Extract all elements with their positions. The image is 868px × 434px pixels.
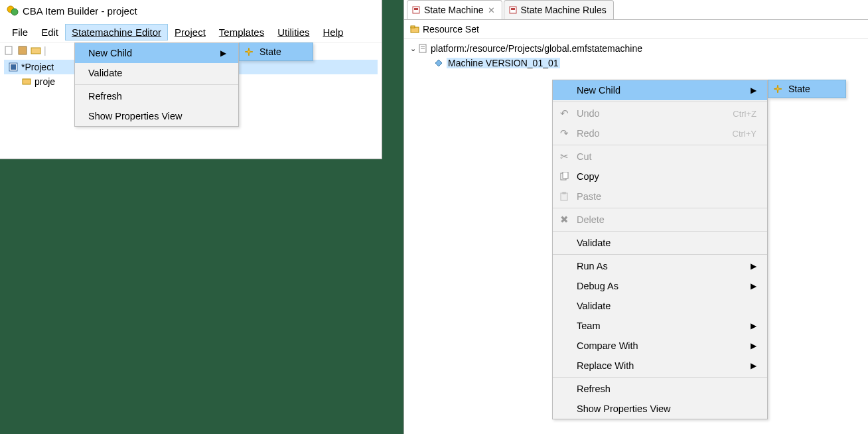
menu-help[interactable]: Help (317, 24, 350, 40)
svg-rect-4 (31, 48, 40, 54)
submenu-state-label: State (788, 84, 810, 94)
ctx-separator (553, 377, 767, 378)
new-icon[interactable] (4, 45, 15, 56)
ctx-redo: ↷ Redo Ctrl+Y (553, 123, 767, 143)
square-icon (8, 62, 19, 72)
resource-set-header: Resource Set (404, 20, 868, 38)
menu-templates[interactable]: Templates (212, 24, 271, 40)
tab-state-machine-rules[interactable]: State Machine Rules (504, 0, 614, 19)
scissors-icon: ✂ (558, 151, 570, 163)
ctx-separator (553, 208, 767, 208)
chevron-right-icon: ▶ (200, 48, 226, 58)
tree-root-label: *Project (21, 62, 54, 72)
chevron-right-icon: ▶ (731, 261, 757, 271)
ctx-cut: ✂ Cut (553, 147, 767, 167)
submenu-state-right[interactable]: State (768, 80, 846, 98)
ctx-new-child[interactable]: New Child ▶ (553, 80, 767, 100)
document-icon (508, 5, 518, 15)
ctx-run-as[interactable]: Run As ▶ (553, 256, 767, 276)
svg-marker-18 (435, 60, 442, 66)
svg-point-1 (11, 9, 18, 15)
menu-validate[interactable]: Validate (75, 63, 238, 83)
tree-child-label: proje (35, 76, 55, 87)
chevron-right-icon: ▶ (731, 86, 757, 95)
sparkle-icon (244, 46, 254, 57)
menu-new-child[interactable]: New Child ▶ (75, 43, 238, 63)
context-menu: New Child ▶ ↶ Undo Ctrl+Z ↷ Redo Ctrl+Y … (552, 80, 768, 419)
svg-rect-20 (563, 172, 568, 179)
svg-rect-21 (561, 193, 567, 200)
ctx-paste: Paste (553, 186, 767, 206)
left-window: CBA Item Builder - project File Edit Sta… (0, 0, 382, 159)
menu-file[interactable]: File (5, 24, 35, 40)
ctx-validate-2[interactable]: Validate (553, 296, 767, 316)
menu-refresh[interactable]: Refresh (75, 86, 238, 106)
copy-icon (558, 171, 570, 182)
svg-rect-6 (11, 64, 16, 70)
ctx-validate[interactable]: Validate (553, 233, 767, 253)
tab-state-machine[interactable]: State Machine ✕ (407, 0, 502, 19)
chevron-right-icon: ▶ (731, 361, 757, 370)
tree-platform-label: platform:/resource/Projects/global.emfst… (431, 43, 642, 54)
menu-utilities[interactable]: Utilities (271, 24, 316, 40)
tree-machine-label: Machine VERSION_01_01 (447, 58, 560, 68)
svg-rect-12 (511, 8, 515, 10)
app-icon (7, 5, 19, 17)
menu-bar: File Edit Statemachine Editor Project Te… (0, 21, 382, 42)
svg-rect-22 (563, 192, 565, 194)
menu-statemachine-editor[interactable]: Statemachine Editor (65, 24, 168, 40)
submenu-state-label: State (259, 46, 281, 57)
svg-rect-2 (5, 46, 12, 54)
ctx-copy[interactable]: Copy (553, 167, 767, 186)
file-icon (417, 43, 428, 54)
tab-label: State Machine (424, 5, 484, 15)
ctx-replace-with[interactable]: Replace With ▶ (553, 356, 767, 376)
ctx-debug-as[interactable]: Debug As ▶ (553, 276, 767, 296)
redo-icon: ↷ (558, 127, 570, 139)
ctx-team[interactable]: Team ▶ (553, 316, 767, 336)
menu-project[interactable]: Project (168, 24, 212, 40)
svg-rect-3 (19, 46, 27, 54)
menu-edit[interactable]: Edit (35, 24, 65, 40)
delete-icon: ✖ (558, 214, 570, 226)
diamond-icon (433, 58, 444, 68)
sparkle-icon (772, 84, 783, 94)
ctx-separator (553, 145, 767, 145)
menu-show-properties[interactable]: Show Properties View (75, 106, 238, 126)
window-title: CBA Item Builder - project (23, 5, 137, 17)
ctx-show-properties[interactable]: Show Properties View (553, 399, 767, 419)
title-bar: CBA Item Builder - project (0, 0, 382, 21)
ctx-refresh[interactable]: Refresh (553, 379, 767, 399)
ctx-separator (553, 254, 767, 255)
svg-rect-10 (414, 8, 418, 10)
right-panel: State Machine ✕ State Machine Rules Reso… (403, 0, 868, 434)
chevron-right-icon: ▶ (731, 341, 757, 350)
submenu-state-left[interactable]: State (239, 42, 313, 61)
editor-tabs: State Machine ✕ State Machine Rules (404, 0, 868, 20)
expand-icon[interactable]: ⌄ (408, 44, 417, 53)
tree-platform-row[interactable]: ⌄ platform:/resource/Projects/global.emf… (408, 41, 864, 56)
paste-icon (558, 190, 570, 202)
undo-icon: ↶ (558, 108, 570, 119)
resource-set-label: Resource Set (423, 24, 479, 35)
ctx-delete: ✖ Delete (553, 210, 767, 230)
package-icon (21, 76, 32, 87)
tab-label: State Machine Rules (521, 5, 607, 15)
ctx-undo: ↶ Undo Ctrl+Z (553, 104, 767, 123)
svg-rect-14 (411, 26, 415, 28)
document-icon (411, 5, 421, 15)
save-icon[interactable] (17, 45, 28, 56)
svg-marker-23 (774, 85, 782, 93)
ctx-separator (553, 102, 767, 102)
svg-marker-8 (245, 48, 253, 56)
ctx-separator (553, 231, 767, 232)
ctx-compare-with[interactable]: Compare With ▶ (553, 336, 767, 356)
close-icon[interactable]: ✕ (488, 5, 495, 15)
chevron-right-icon: ▶ (731, 281, 757, 291)
resource-tree: ⌄ platform:/resource/Projects/global.emf… (404, 38, 868, 73)
tree-machine-row[interactable]: Machine VERSION_01_01 (408, 56, 864, 70)
menu-separator (75, 84, 238, 85)
folder-icon[interactable] (31, 45, 41, 56)
chevron-right-icon: ▶ (731, 321, 757, 330)
folder-icon (409, 24, 420, 35)
